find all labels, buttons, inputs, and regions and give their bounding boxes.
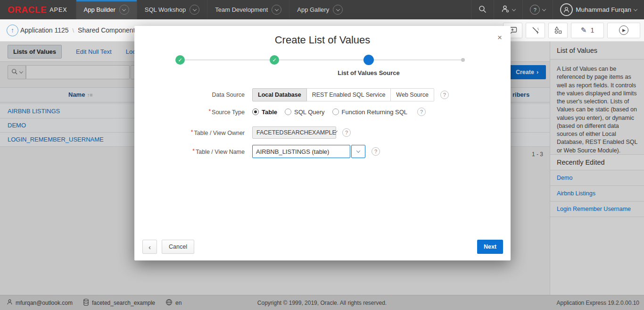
theme-roller-button[interactable] (526, 23, 545, 38)
table-view-name-label: *Table / View Name (134, 148, 245, 155)
breadcrumb-shared-components[interactable]: Shared Components (78, 26, 138, 34)
check-icon: ✓ (272, 57, 276, 63)
edit-page-number: 1 (590, 26, 594, 34)
nav-item-team-development[interactable]: Team Development (207, 0, 289, 19)
back-button[interactable]: ‹ (142, 240, 157, 254)
nav-item-label: SQL Workshop (145, 6, 186, 13)
help-icon[interactable]: ? (372, 147, 380, 156)
user-menu-button[interactable]: Muhammad Furqan (553, 0, 644, 19)
primary-nav: App Builder SQL Workshop Team Developmen… (76, 0, 351, 19)
help-menu-button[interactable]: ? (522, 0, 553, 19)
help-icon[interactable]: ? (440, 91, 449, 99)
wizard-step-label: List of Values Source (338, 69, 400, 76)
source-type-radio-table[interactable]: Table (252, 109, 277, 116)
nav-item-label: App Gallery (297, 6, 329, 13)
cancel-button[interactable]: Cancel (162, 240, 194, 254)
data-source-option-rest-enabled-sql[interactable]: REST Enabled SQL Service (307, 88, 391, 101)
create-lov-dialog: × Create List of Values ✓ ✓ List of Valu… (134, 26, 511, 260)
required-asterisk: * (192, 148, 195, 154)
pencil-icon: ✎ (581, 26, 587, 34)
data-source-row: Data Source Local Database REST Enabled … (134, 88, 511, 102)
nav-item-label: Team Development (215, 6, 268, 13)
table-view-owner-row: *Table / View Owner FACETEDSEARCHEXAMPLE… (134, 126, 511, 140)
table-view-owner-select[interactable]: FACETEDSEARCHEXAMPLE (252, 126, 336, 139)
shapes-icon (554, 26, 562, 34)
help-icon[interactable]: ? (342, 128, 351, 137)
nav-utilities: ? Muhammad Furqan (471, 0, 644, 19)
radio-icon (332, 109, 339, 115)
search-button[interactable] (471, 0, 494, 19)
shared-components-button[interactable] (548, 23, 568, 38)
run-application-button[interactable]: ▶ (607, 23, 640, 38)
help-icon[interactable]: ? (417, 108, 426, 116)
apex-wordmark: APEX (50, 7, 67, 13)
wand-icon (531, 26, 540, 34)
help-icon: ? (530, 5, 540, 15)
nav-item-app-gallery[interactable]: App Gallery (289, 0, 350, 19)
breadcrumb-separator: \ (72, 27, 74, 34)
parent-up-icon[interactable]: ↑ (7, 25, 18, 36)
top-nav: ORACLE APEX App Builder SQL Workshop Tea… (0, 0, 644, 19)
search-icon (479, 5, 487, 15)
edit-page-button[interactable]: ✎ 1 (571, 23, 604, 38)
oracle-wordmark: ORACLE (8, 5, 47, 15)
chevron-down-icon[interactable] (333, 5, 343, 15)
wizard-step-current (363, 55, 374, 65)
table-view-name-input[interactable] (252, 145, 350, 158)
apex-screen: ORACLE APEX App Builder SQL Workshop Tea… (0, 0, 644, 310)
play-icon: ▶ (619, 25, 628, 35)
close-icon[interactable]: × (497, 34, 502, 42)
radio-icon (285, 109, 291, 115)
admin-user-icon (501, 5, 510, 15)
table-view-name-dropdown-button[interactable] (351, 145, 365, 158)
nav-item-app-builder[interactable]: App Builder (76, 0, 137, 19)
dialog-footer: ‹ Cancel Next (142, 240, 503, 254)
chevron-down-icon (542, 7, 546, 11)
wizard-track (180, 59, 463, 60)
source-type-label: *Source Type (134, 108, 245, 116)
data-source-label: Data Source (134, 92, 245, 98)
source-type-radio-sql-query[interactable]: SQL Query (285, 109, 325, 116)
source-type-radio-function-returning-sql[interactable]: Function Returning SQL (332, 109, 407, 116)
data-source-button-group: Local Database REST Enabled SQL Service … (252, 88, 434, 101)
required-asterisk: * (208, 108, 211, 115)
chevron-down-icon[interactable] (119, 5, 129, 15)
chevron-down-icon (512, 7, 516, 11)
nav-item-sql-workshop[interactable]: SQL Workshop (137, 0, 207, 19)
chevron-down-icon[interactable] (190, 5, 199, 15)
table-view-owner-label: *Table / View Owner (134, 129, 245, 136)
wizard-step-complete-2: ✓ (270, 55, 279, 65)
chevron-down-icon (634, 7, 637, 11)
dialog-title: Create List of Values (134, 34, 511, 46)
radio-selected-icon (252, 109, 259, 115)
avatar (560, 3, 573, 16)
chevron-down-icon (356, 149, 360, 152)
lov-source-form: Data Source Local Database REST Enabled … (134, 88, 511, 159)
oracle-apex-logo[interactable]: ORACLE APEX (0, 0, 76, 19)
wizard-progress: ✓ ✓ List of Values Source (134, 54, 511, 83)
chevron-down-icon[interactable] (272, 5, 281, 15)
next-button[interactable]: Next (477, 240, 503, 254)
table-view-name-row: *Table / View Name ? (134, 144, 511, 159)
wizard-step-complete-1: ✓ (175, 55, 185, 65)
data-source-option-web-source[interactable]: Web Source (391, 88, 434, 101)
nav-item-label: App Builder (84, 6, 116, 13)
required-asterisk: * (191, 129, 193, 135)
user-name-label: Muhammad Furqan (576, 6, 631, 13)
page-actions: ✎ 1 ▶ (503, 23, 640, 38)
breadcrumb-application[interactable]: Application 1125 (20, 26, 68, 34)
source-type-row: *Source Type Table SQL Query Function Re… (134, 105, 511, 119)
admin-menu-button[interactable] (494, 0, 522, 19)
wizard-step-upcoming (461, 58, 465, 62)
data-source-option-local-database[interactable]: Local Database (252, 88, 307, 101)
check-icon: ✓ (178, 57, 182, 63)
